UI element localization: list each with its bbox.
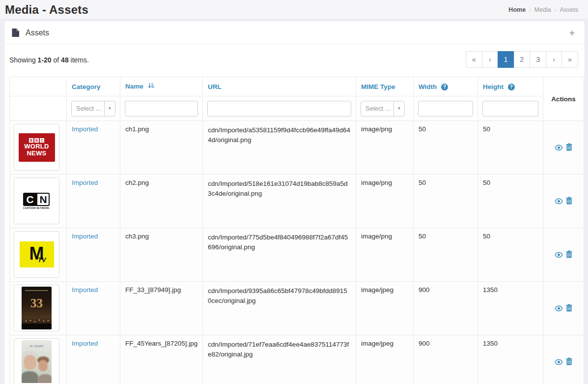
sort-width-link[interactable]: Width [419,83,437,90]
panel-title: Assets [26,29,49,37]
category-link[interactable]: Imported [72,179,98,186]
summary-text: Showing 1-20 of 48 items. [9,50,89,64]
next-page-button[interactable]: › [546,51,562,68]
pagination-item: › [546,51,562,68]
url-cell: cdn/Imported/9395a86c65bf47978c49bfdd891… [203,282,356,335]
thumbnail-cell: 45 YEARS [10,335,67,384]
assets-table: Category Name URL MIME Type [9,77,584,384]
panel-body: Showing 1-20 of 48 items. «‹123›» Catego… [4,44,585,384]
width-cell: 50 [414,121,478,175]
thumbnail-cell: CNCARTOON NETWORK. [10,175,67,228]
col-thumbnail [10,77,67,96]
url-cell: cdn/Imported/775d5be4f840496988f7f2a67df… [203,228,356,282]
url-filter-input[interactable] [207,101,351,117]
cartoon-network-logo: CNCARTOON NETWORK. [14,177,59,224]
height-cell: 1350 [478,282,543,335]
page-3-button[interactable]: 3 [530,51,546,68]
view-eye-icon[interactable] [555,145,563,152]
width-cell: 50 [414,175,478,228]
actions-cell [543,335,584,384]
breadcrumb-separator: › [555,7,557,13]
category-link[interactable]: Imported [72,233,98,240]
table-row: 45 YEARSImportedFF_45Years_[87205].jpgcd… [10,335,584,384]
summary-range: 1-20 [38,56,52,64]
summary-of: of [54,56,59,64]
content-header: Media - Assets Home›Media›Assets [0,0,588,19]
width-filter-input[interactable] [418,101,473,117]
delete-trash-icon[interactable] [566,357,572,367]
name-filter-input[interactable] [125,101,198,117]
table-row: 33ImportedFF_33_[87949].jpgcdn/Imported/… [10,282,584,335]
table-row: BBCWORLDNEWSImportedch1.pngcdn/Imported/… [10,121,584,175]
thumbnail-cell: MTV [10,228,67,282]
breadcrumb-item-home[interactable]: Home [508,6,526,13]
mime-cell: image/png [356,175,414,228]
sort-url-link[interactable]: URL [208,83,222,90]
chevron-down-icon: ▼ [393,101,404,116]
breadcrumb-item-assets: Assets [560,6,578,13]
first-page-button[interactable]: « [466,51,482,68]
width-help-icon[interactable]: ? [441,84,448,90]
delete-trash-icon[interactable] [566,143,572,152]
height-help-icon[interactable]: ? [508,84,515,90]
col-width: Width ? [414,77,478,96]
name-cell: FF_33_[87949].jpg [120,282,203,335]
name-cell: FF_45Years_[87205].jpg [120,335,203,384]
width-cell: 50 [414,228,478,282]
width-filter-cell [414,96,478,121]
delete-trash-icon[interactable] [566,197,572,206]
col-url: URL [203,77,356,96]
name-cell: ch2.png [120,175,203,228]
45-years-movie-poster: 45 YEARS [14,338,59,384]
panel-add-button[interactable]: + [566,27,578,38]
category-link[interactable]: Imported [72,340,98,347]
actions-cell [543,175,584,228]
name-cell: ch3.png [120,228,203,282]
view-eye-icon[interactable] [555,305,563,313]
delete-trash-icon[interactable] [566,250,572,260]
last-page-button[interactable]: » [561,51,578,68]
assets-panel: Assets + Showing 1-20 of 48 items. «‹123… [4,21,585,384]
url-cell: cdn/Imported/518e161e31074d19bab8c859a5d… [203,175,356,228]
actions-cell [543,228,584,282]
actions-cell [543,282,584,335]
url-cell: cdn/Imported/a53581159f9d4fccb96e49ffa49… [203,121,356,175]
thumbnail-filter-cell [10,96,67,121]
mime-cell: image/png [356,228,414,282]
category-link[interactable]: Imported [72,286,98,294]
pagination: «‹123›» [466,51,578,68]
filter-row: Select ... ▼ Select ... ▼ [10,96,584,121]
pagination-item: 3 [530,51,546,68]
breadcrumb-item-media[interactable]: Media [534,6,551,13]
mime-filter-select[interactable]: Select ... ▼ [361,101,405,117]
mime-filter-cell: Select ... ▼ [356,96,414,121]
sort-category-link[interactable]: Category [72,83,101,90]
url-filter-cell [203,96,356,121]
mime-cell: image/png [356,121,414,175]
category-link[interactable]: Imported [72,125,98,133]
view-eye-icon[interactable] [555,198,563,206]
thumbnail-cell: BBCWORLDNEWS [10,121,67,175]
pagination-item: « [466,51,482,68]
height-cell: 50 [478,228,543,282]
table-row: MTVImportedch3.pngcdn/Imported/775d5be4f… [10,228,584,282]
mime-cell: image/jpeg [356,335,414,384]
view-eye-icon[interactable] [555,359,563,367]
header-row: Category Name URL MIME Type [10,77,584,96]
sort-height-link[interactable]: Height [483,83,504,90]
prev-page-button[interactable]: ‹ [482,51,498,68]
chevron-down-icon: ▼ [104,101,115,116]
category-cell: Imported [67,228,120,282]
page-title: Media - Assets [5,3,88,17]
panel-header: Assets + [4,21,585,44]
height-filter-input[interactable] [482,101,538,117]
width-cell: 900 [414,335,478,384]
pagination-item: 1 [498,51,514,68]
sort-name-link[interactable]: Name [125,83,143,90]
sort-mime-link[interactable]: MIME Type [361,83,395,90]
category-filter-select[interactable]: Select ... ▼ [71,101,115,117]
delete-trash-icon[interactable] [566,304,572,313]
view-eye-icon[interactable] [555,252,563,260]
page-2-button[interactable]: 2 [514,51,531,68]
page-1-button[interactable]: 1 [498,51,514,68]
